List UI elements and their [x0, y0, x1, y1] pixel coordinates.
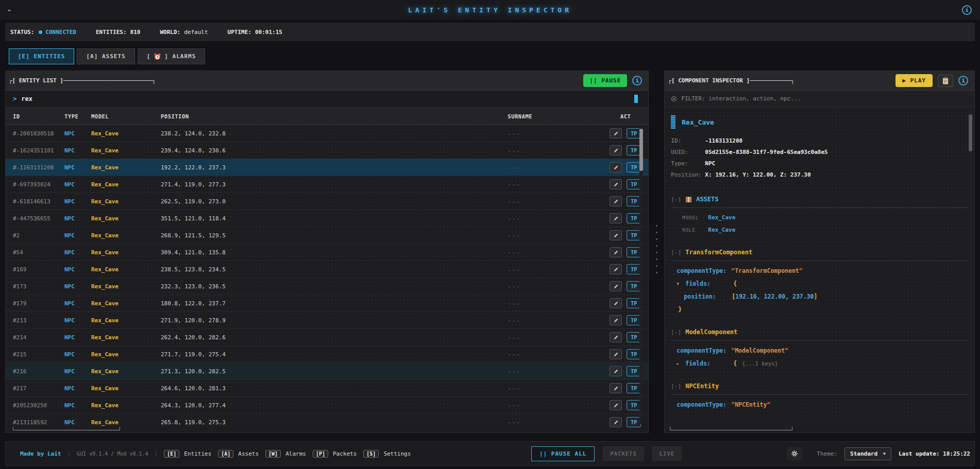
teleport-button[interactable]: TP	[627, 179, 641, 189]
table-row[interactable]: #213 NPC Rex_Cave 271.9, 120.0, 278.9 --…	[6, 312, 648, 329]
asset-field-row: ROLE Rex_Cave	[671, 227, 968, 233]
edit-button[interactable]	[610, 264, 622, 274]
table-row[interactable]: #-697393024 NPC Rex_Cave 271.4, 119.0, 2…	[6, 176, 648, 193]
edit-button[interactable]	[610, 162, 622, 172]
collapse-triangle-icon[interactable]: ▼	[677, 282, 685, 286]
theme-select[interactable]: Standard ▼	[844, 447, 891, 460]
collapse-toggle[interactable]: [-]	[671, 329, 681, 336]
hotkey-item[interactable]: [W] Alarms	[265, 450, 306, 458]
component-type-row: componentType: "TransformComponent"	[671, 267, 968, 274]
model-component-section: [-] ModelComponent componentType: "Model…	[671, 328, 968, 367]
hotkey-item[interactable]: [A] Assets	[218, 450, 259, 458]
last-update-text: Last update: 18:25:22	[899, 450, 970, 457]
table-row[interactable]: #-1624351101 NPC Rex_Cave 239.4, 124.0, …	[6, 142, 648, 159]
teleport-button[interactable]: TP	[627, 162, 641, 172]
made-by-credit[interactable]: Made by Lait	[20, 450, 61, 457]
live-button[interactable]: LIVE	[652, 446, 682, 461]
pencil-icon	[613, 216, 619, 221]
table-row[interactable]: #217 NPC Rex_Cave 264.6, 120.0, 281.3 --…	[6, 380, 648, 397]
hotkey-item[interactable]: [E] Entities	[164, 450, 211, 458]
scrollbar-thumb[interactable]	[639, 129, 643, 171]
teleport-button[interactable]: TP	[627, 298, 641, 308]
edit-button[interactable]	[610, 332, 622, 342]
panel-resize-handle[interactable]	[649, 71, 664, 433]
hotkey-item[interactable]: [P] Packets	[313, 450, 357, 458]
edit-button[interactable]	[610, 196, 622, 206]
pause-button[interactable]: || PAUSE	[583, 74, 627, 87]
edit-button[interactable]	[610, 298, 622, 308]
tab-alarms[interactable]: [ ] ALARMS	[138, 48, 206, 64]
teleport-button[interactable]: TP	[627, 281, 641, 291]
scrollbar-thumb[interactable]	[969, 114, 972, 151]
inspector-vertical-scrollbar[interactable]	[969, 109, 972, 424]
tab-assets[interactable]: [A] ASSETS	[77, 48, 134, 64]
collapse-toggle[interactable]: [-]	[671, 383, 681, 390]
table-row[interactable]: #215 NPC Rex_Cave 271.7, 119.0, 275.4 --…	[6, 346, 648, 363]
packets-button[interactable]: PACKETS	[603, 446, 644, 461]
tab-entities[interactable]: [E] ENTITIES	[9, 48, 74, 64]
table-row[interactable]: #205230250 NPC Rex_Cave 264.3, 120.0, 27…	[6, 397, 648, 414]
entity-detail-row: Type: NPC	[671, 158, 968, 169]
table-row[interactable]: #179 NPC Rex_Cave 180.8, 122.0, 237.7 --…	[6, 295, 648, 312]
edit-button[interactable]	[610, 349, 622, 359]
table-row[interactable]: #214 NPC Rex_Cave 262.4, 120.0, 282.6 --…	[6, 329, 648, 346]
edit-button[interactable]	[610, 230, 622, 240]
pause-all-button[interactable]: || PAUSE ALL	[531, 446, 595, 461]
teleport-button[interactable]: TP	[627, 264, 641, 274]
edit-button[interactable]	[610, 179, 622, 189]
collapse-toggle[interactable]: [-]	[671, 196, 681, 203]
edit-button[interactable]	[610, 128, 622, 138]
pencil-icon	[613, 301, 619, 306]
inspector-info-icon[interactable]: i	[958, 76, 968, 85]
teleport-button[interactable]: TP	[627, 383, 641, 393]
edit-button[interactable]	[610, 383, 622, 393]
edit-button[interactable]	[610, 315, 622, 325]
edit-button[interactable]	[610, 366, 622, 376]
teleport-button[interactable]: TP	[627, 400, 641, 410]
table-row[interactable]: #54 NPC Rex_Cave 309.4, 121.0, 135.8 ---…	[6, 244, 648, 261]
table-row[interactable]: #169 NPC Rex_Cave 238.5, 123.0, 234.5 --…	[6, 261, 648, 278]
component-filter-input[interactable]: FILTER: interaction, action, npc...	[665, 91, 974, 107]
play-button[interactable]: ▶ PLAY	[895, 74, 933, 87]
teleport-button[interactable]: TP	[627, 247, 641, 257]
teleport-button[interactable]: TP	[627, 196, 641, 206]
table-row[interactable]: #216 NPC Rex_Cave 271.3, 120.0, 282.5 --…	[6, 363, 648, 380]
entity-list-info-icon[interactable]: i	[632, 76, 642, 85]
edit-button[interactable]	[610, 281, 622, 291]
hotkey-item[interactable]: [S] Settings	[363, 450, 411, 458]
teleport-button[interactable]: TP	[627, 145, 641, 155]
clipboard-button[interactable]	[938, 75, 953, 87]
table-row[interactable]: #-1163131208 NPC Rex_Cave 192.2, 122.0, …	[6, 159, 648, 176]
teleport-button[interactable]: TP	[627, 366, 641, 376]
teleport-button[interactable]: TP	[627, 332, 641, 342]
teleport-button[interactable]: TP	[627, 128, 641, 138]
teleport-button[interactable]: TP	[627, 315, 641, 325]
entity-list-vertical-scrollbar[interactable]	[639, 127, 643, 424]
section-title: ModelComponent	[685, 328, 737, 336]
app-info-icon[interactable]: i	[962, 5, 972, 15]
entity-search-input[interactable]: > rex	[6, 91, 648, 108]
table-row[interactable]: #2 NPC Rex_Cave 268.9, 121.5, 129.5 --- …	[6, 227, 648, 244]
table-row[interactable]: #213118592 NPC Rex_Cave 265.8, 119.0, 27…	[6, 414, 648, 428]
edit-button[interactable]	[610, 400, 622, 410]
edit-button[interactable]	[610, 247, 622, 257]
table-row[interactable]: #173 NPC Rex_Cave 232.3, 123.0, 236.5 --…	[6, 278, 648, 295]
entity-list-horizontal-scrollbar[interactable]	[13, 427, 120, 430]
inspector-horizontal-scrollbar[interactable]	[670, 427, 792, 430]
settings-gear-button[interactable]	[787, 447, 802, 460]
edit-button[interactable]	[610, 145, 622, 155]
inspector-body: Rex_Cave ID: -1163131208 UUID: 05d2155e-…	[665, 107, 974, 427]
edit-button[interactable]	[610, 213, 622, 223]
section-title: TransformComponent	[685, 249, 752, 256]
table-row[interactable]: #-447536655 NPC Rex_Cave 351.5, 121.0, 1…	[6, 210, 648, 227]
table-row[interactable]: #-618146613 NPC Rex_Cave 262.5, 119.0, 2…	[6, 193, 648, 210]
edit-button[interactable]	[610, 417, 622, 427]
main-tabs: [E] ENTITIES [A] ASSETS [ ] ALARMS	[9, 48, 975, 64]
expand-triangle-icon[interactable]: ►	[677, 361, 685, 366]
table-row[interactable]: #-2001030518 NPC Rex_Cave 238.2, 124.0, …	[6, 125, 648, 142]
teleport-button[interactable]: TP	[627, 349, 641, 359]
teleport-button[interactable]: TP	[627, 417, 641, 427]
teleport-button[interactable]: TP	[627, 230, 641, 240]
teleport-button[interactable]: TP	[627, 213, 641, 223]
collapse-toggle[interactable]: [-]	[671, 249, 681, 256]
